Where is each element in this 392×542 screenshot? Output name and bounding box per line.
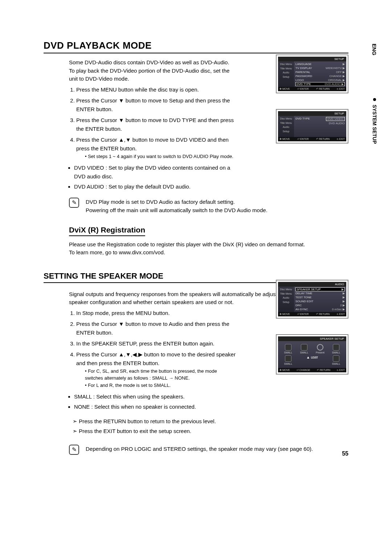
dvd-note: DVD Play mode is set to DVD Audio as fac…	[86, 198, 268, 215]
speaker-step-1: In Stop mode, press the MENU button.	[76, 309, 236, 317]
dvd-bullet-video: DVD VIDEO : Set to play the DVD video co…	[74, 163, 240, 181]
osd-dvdtype-screenshot: SETUP Disc Menu Title Menu Audio Setup D…	[276, 109, 348, 143]
dvd-substep: • Set steps 1 ~ 4 again if you want to s…	[85, 153, 236, 160]
speaker-note: Depending on PRO LOGIC and STEREO settin…	[86, 445, 313, 453]
osd-audio-screenshot: AUDIO Disc Menu Title Menu Audio Setup S…	[276, 280, 348, 319]
speaker-step-3: In the SPEAKER SETUP, press the ENTER bu…	[76, 339, 236, 348]
speaker-bullet-none: NONE : Select this when no speaker is co…	[74, 403, 240, 411]
divx-p2: To learn more, go to www.divx.com/vod.	[69, 248, 348, 257]
osd-setup-screenshot: SETUP Disc Menu Title Menu Audio Setup L…	[276, 54, 348, 93]
dvd-bullet-audio: DVD AUDIO : Set to play the default DVD …	[74, 182, 240, 191]
dvd-intro-1: Some DVD-Audio discs contain DVD-Video a…	[69, 58, 232, 67]
speaker-sub2: • For L and R, the mode is set to SMALL.	[85, 382, 236, 389]
dvd-playback-title: DVD PLAYBACK MODE	[44, 40, 348, 53]
note-icon: ✎	[69, 198, 79, 208]
osd-speaker-setup-screenshot: SPEAKER SETUP SMALL SMALL Present SMALL …	[276, 334, 348, 375]
dvd-step-3: Press the Cursor ▼ button to move to DVD…	[76, 116, 236, 133]
speaker-step-4-text: Press the Cursor ▲,▼,◀,▶ button to move …	[76, 351, 236, 366]
osd1-list: LANGUAGE▶ TV DISPLAYWIDE/HDTV ▶ PARENTAL…	[294, 61, 346, 87]
dvd-step-4: Press the Cursor ▲,▼ button to move to D…	[76, 136, 236, 160]
dvd-step-1: Press the MENU button while the disc tra…	[76, 85, 236, 94]
dvd-intro-2: To play back the DVD-Video portion of th…	[69, 67, 232, 83]
dvd-bullets: DVD VIDEO : Set to play the DVD video co…	[69, 163, 240, 191]
dvd-step-2: Press the Cursor ▼ button to move to Set…	[76, 96, 236, 114]
speaker-step-4: Press the Cursor ▲,▼,◀,▶ button to move …	[76, 350, 236, 389]
speaker-return: Press the RETURN button to return to the…	[73, 416, 348, 426]
dvd-step-4-text: Press the Cursor ▲,▼ button to move to D…	[76, 137, 229, 151]
divx-title: DviX (R) Registration	[69, 226, 145, 236]
speaker-sub1: • For C, SL, and SR, each time the butto…	[85, 368, 236, 382]
divx-p1: Please use the Registration code to regi…	[69, 240, 348, 249]
note-icon: ✎	[69, 445, 79, 455]
dvd-note-1: DVD Play mode is set to DVD Audio as fac…	[86, 198, 268, 206]
speaker-exit: Press the EXIT button to exit the setup …	[73, 426, 348, 436]
page-number: 55	[342, 450, 348, 457]
speaker-bullet-small: SMALL : Select this when using the speak…	[74, 392, 240, 401]
speaker-bullets: SMALL : Select this when using the speak…	[69, 392, 240, 411]
speaker-step-2: Press the Cursor ▼ button to move to Aud…	[76, 320, 236, 337]
dvd-steps: Press the MENU button while the disc tra…	[69, 85, 236, 160]
speaker-steps: In Stop mode, press the MENU button. Pre…	[69, 309, 236, 389]
dvd-note-2: Powering off the main unit will automati…	[86, 206, 268, 214]
